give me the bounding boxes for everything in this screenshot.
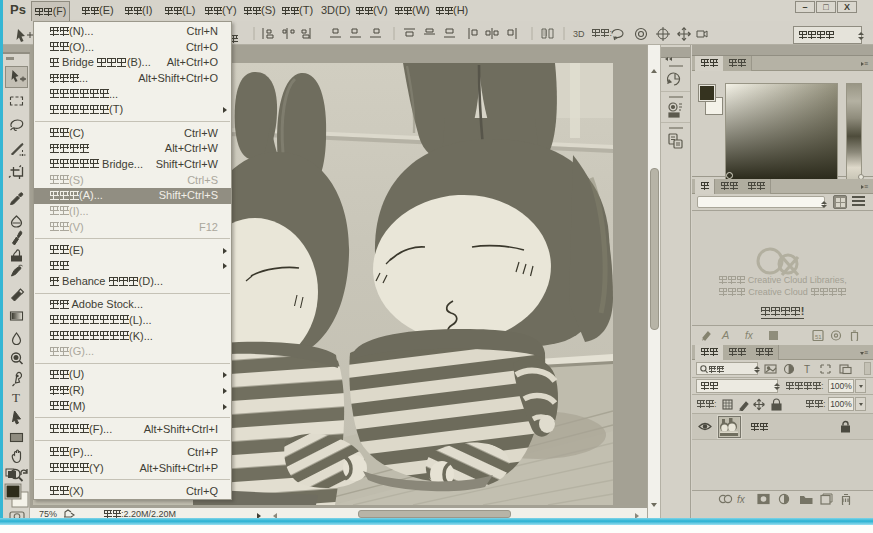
svg-text:fx: fx [745, 330, 754, 341]
svg-text:fx: fx [737, 494, 746, 505]
svg-text:51: 51 [815, 334, 822, 340]
svg-text:T: T [12, 390, 20, 405]
svg-text:T: T [804, 364, 810, 375]
svg-text:A: A [721, 329, 729, 341]
